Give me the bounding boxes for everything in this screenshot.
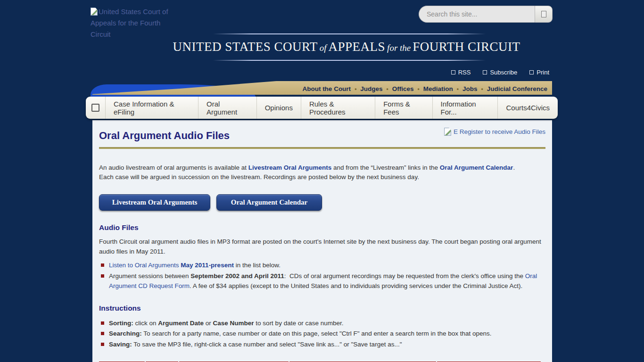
instructions-bullets: Sorting: click on Argument Date or Case …: [99, 318, 545, 350]
topnav-separator: •: [453, 86, 462, 92]
search-icon: [541, 11, 546, 17]
topnav-separator: •: [478, 86, 487, 92]
site-logo-link[interactable]: United States Court of Appeals for the F…: [91, 6, 173, 40]
topnav-judicial-conference[interactable]: Judicial Conference: [487, 85, 547, 92]
tab-information-for[interactable]: Information For...: [432, 97, 498, 119]
livestream-oral-arguments-button[interactable]: Livestream Oral Arguments: [99, 194, 210, 211]
print-icon: [529, 70, 534, 74]
audio-files-bullets: Listen to Oral Arguments May 2011-presen…: [99, 260, 545, 291]
list-item: Argument sessions between September 2002…: [99, 271, 545, 291]
site-logo-alt-text: United States Court of Appeals for the F…: [91, 8, 168, 38]
list-item: Searching: To search for a party name, c…: [99, 329, 545, 339]
subscribe-link[interactable]: Subscribe: [483, 69, 517, 76]
print-link[interactable]: Print: [529, 69, 549, 76]
oral-argument-calendar-link[interactable]: Oral Argument Calendar: [440, 164, 513, 171]
bullet-square-icon: [101, 321, 104, 325]
topnav-separator: •: [351, 86, 360, 92]
intro-paragraph: An audio livestream of oral arguments is…: [99, 163, 545, 182]
livestream-oral-arguments-link[interactable]: Livestream Oral Arguments: [248, 164, 332, 171]
instructions-heading: Instructions: [99, 304, 545, 313]
nav-home-tab[interactable]: [86, 97, 105, 119]
bullet-square-icon: [101, 343, 104, 346]
bullet-square-icon: [101, 263, 104, 267]
banner-divider-top: [213, 33, 486, 34]
top-nav: About the Court•Judges•Offices•Mediation…: [302, 85, 547, 92]
topnav-separator: •: [414, 86, 423, 92]
audio-files-heading: Audio Files: [99, 223, 545, 232]
content-panel: E Register to receive Audio Files Oral A…: [92, 120, 552, 362]
broken-image-icon: [91, 8, 98, 16]
tab-oral-argument[interactable]: Oral Argument: [198, 97, 256, 119]
tab-rules-procedures[interactable]: Rules & Procedures: [301, 97, 375, 119]
broken-image-icon: [444, 128, 451, 136]
rss-link[interactable]: RSS: [451, 69, 471, 76]
audio-files-paragraph: Fourth Circuit oral argument audio files…: [99, 237, 545, 256]
banner-text: UNITED STATES COURT: [173, 40, 318, 54]
topnav-mediation[interactable]: Mediation: [423, 85, 453, 92]
bullet-square-icon: [101, 274, 104, 278]
utility-links: RSS Subscribe Print: [451, 69, 549, 76]
topnav-judges[interactable]: Judges: [360, 85, 382, 92]
tab-courts4civics[interactable]: Courts4Civics: [497, 97, 558, 119]
tab-case-information-efiling[interactable]: Case Information & eFiling: [105, 97, 198, 119]
may-2011-present-link[interactable]: May 2011-present: [181, 262, 234, 269]
topnav-separator: •: [383, 86, 392, 92]
subscribe-icon: [483, 70, 487, 74]
title-divider: [99, 147, 545, 149]
topnav-jobs[interactable]: Jobs: [462, 85, 478, 92]
list-item: Saving: To save the MP3 file, right-clic…: [99, 339, 545, 350]
oral-argument-calendar-button[interactable]: Oral Argument Calendar: [216, 194, 322, 211]
search-button[interactable]: [535, 6, 553, 23]
search-input[interactable]: [419, 6, 535, 23]
main-nav: Case Information & eFiling Oral Argument…: [86, 97, 558, 119]
topnav-about-the-court[interactable]: About the Court: [302, 85, 351, 92]
register-audio-files-link[interactable]: E Register to receive Audio Files: [444, 128, 545, 136]
bullet-square-icon: [101, 332, 104, 335]
site-search: [419, 6, 553, 23]
tab-opinions[interactable]: Opinions: [256, 97, 301, 119]
listen-to-oral-arguments-link[interactable]: Listen to Oral Arguments: [109, 262, 181, 269]
banner-divider-bottom: [213, 60, 486, 61]
site-banner-title: UNITED STATES COURTofAPPEALSfor theFOURT…: [156, 40, 537, 54]
list-item: Listen to Oral Arguments May 2011-presen…: [99, 260, 545, 271]
page-background: United States Court of Appeals for the F…: [0, 0, 644, 362]
tab-forms-fees[interactable]: Forms & Fees: [375, 97, 432, 119]
home-icon: [91, 104, 99, 112]
topnav-offices[interactable]: Offices: [392, 85, 414, 92]
list-item: Sorting: click on Argument Date or Case …: [99, 318, 545, 329]
rss-icon: [451, 70, 455, 74]
button-row: Livestream Oral Arguments Oral Argument …: [99, 194, 545, 211]
